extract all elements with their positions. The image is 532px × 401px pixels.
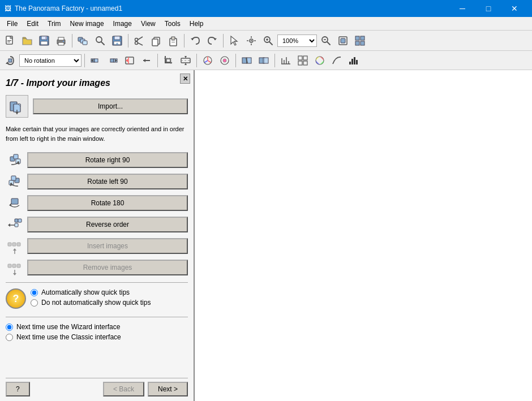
svg-rect-95 — [14, 154, 18, 159]
menu-edit[interactable]: Edit — [22, 17, 43, 30]
histogram-button[interactable] — [346, 53, 362, 68]
menu-image[interactable]: Image — [109, 17, 136, 30]
rotate-left-button[interactable]: Rotate left 90 — [27, 174, 188, 189]
undo-button[interactable] — [187, 33, 203, 49]
svg-rect-50 — [8, 59, 12, 62]
levels-button[interactable] — [278, 53, 294, 68]
import-images-button[interactable] — [75, 33, 91, 49]
canvas-area — [195, 70, 532, 401]
next-button[interactable]: Next > — [148, 382, 188, 396]
svg-rect-74 — [263, 58, 268, 63]
window-controls: ─ □ ✕ — [449, 0, 527, 17]
menu-view[interactable]: View — [136, 17, 160, 30]
zoom-in-button[interactable] — [260, 33, 276, 49]
blend-button[interactable] — [239, 53, 255, 68]
svg-rect-45 — [355, 36, 359, 40]
svg-marker-113 — [13, 248, 16, 251]
svg-rect-2 — [7, 40, 11, 41]
zoom-select[interactable]: 100%50%200%Fit — [277, 35, 317, 47]
classic-interface-radio[interactable] — [6, 334, 13, 341]
svg-marker-61 — [143, 59, 145, 62]
auto-show-tips-radio[interactable] — [31, 289, 38, 296]
no-auto-tips-radio[interactable] — [31, 299, 38, 307]
wizard-title: 1/7 - Import your images — [6, 78, 188, 88]
zoom-fit-button[interactable] — [335, 33, 351, 49]
divider-2 — [6, 317, 188, 317]
print-button[interactable] — [53, 33, 69, 49]
grid-button[interactable] — [295, 53, 311, 68]
svg-rect-105 — [18, 219, 22, 222]
menu-tools[interactable]: Tools — [160, 17, 185, 30]
svg-rect-3 — [7, 41, 10, 42]
back-button[interactable]: < Back — [103, 382, 144, 396]
menu-help[interactable]: Help — [185, 17, 208, 30]
export-button[interactable] — [109, 33, 125, 49]
color-tool-button[interactable] — [200, 53, 216, 68]
svg-rect-48 — [361, 41, 364, 45]
menu-new-image[interactable]: New image — [66, 17, 109, 30]
help-button[interactable]: ? — [6, 382, 30, 396]
overlap-button[interactable] — [256, 53, 272, 68]
remove-images-row: Remove images — [6, 258, 188, 277]
move-left-button[interactable] — [88, 53, 104, 68]
svg-rect-26 — [152, 39, 158, 46]
svg-marker-118 — [13, 273, 16, 275]
toolbar-main: 100%50%200%Fit — [0, 31, 532, 51]
remove-images-button[interactable]: Remove images — [27, 260, 188, 275]
rotate-right-button[interactable]: Rotate right 90 — [27, 152, 188, 168]
minimize-button[interactable]: ─ — [449, 0, 475, 17]
app-icon: 🖼 — [5, 5, 11, 12]
rotate-180-button[interactable]: Rotate 180 — [27, 195, 188, 211]
move-right-button[interactable] — [105, 53, 121, 68]
save-button[interactable] — [36, 33, 52, 49]
remove-images-icon — [6, 258, 24, 277]
wizard-interface-radio[interactable] — [6, 324, 13, 331]
svg-rect-62 — [166, 59, 170, 62]
maximize-button[interactable]: □ — [475, 0, 501, 17]
stitch-crop-button[interactable] — [178, 53, 194, 68]
arrow-left-button[interactable] — [139, 53, 155, 68]
rotate-left-row: Rotate left 90 — [6, 173, 188, 191]
color-wheel-button[interactable] — [312, 53, 328, 68]
menu-file[interactable]: File — [2, 17, 22, 30]
zoom-out-button[interactable] — [318, 33, 334, 49]
import-button[interactable]: Import... — [33, 98, 188, 114]
svg-rect-52 — [95, 59, 98, 62]
rotation-select[interactable]: No rotation Rotate 90 Rotate 180 Rotate … — [19, 54, 81, 67]
reverse-order-button[interactable]: Reverse order — [27, 217, 188, 232]
new-button[interactable] — [2, 33, 18, 49]
svg-line-16 — [101, 42, 104, 45]
auto-show-tips-label: Automatically show quick tips — [41, 288, 130, 296]
svg-point-11 — [63, 41, 64, 42]
svg-rect-88 — [356, 60, 358, 64]
rotate-right-row: Rotate right 90 — [6, 151, 188, 169]
tips-radio-group: Automatically show quick tips Do not aut… — [31, 288, 151, 309]
redo-button[interactable] — [204, 33, 220, 49]
rotation-icon-button[interactable] — [2, 53, 18, 68]
curves-button[interactable] — [329, 53, 345, 68]
svg-point-35 — [251, 40, 252, 41]
svg-rect-116 — [17, 264, 20, 268]
pan-button[interactable] — [243, 33, 259, 49]
color-match-button[interactable] — [217, 53, 233, 68]
paste-button[interactable] — [165, 33, 181, 49]
insert-images-icon — [6, 237, 24, 255]
open-button[interactable] — [19, 33, 35, 49]
svg-marker-93 — [15, 112, 19, 114]
zoom-all-button[interactable] — [352, 33, 368, 49]
select-tool-button[interactable] — [226, 33, 242, 49]
close-button[interactable]: ✕ — [501, 0, 527, 17]
svg-marker-108 — [8, 223, 10, 227]
menu-trim[interactable]: Trim — [43, 17, 66, 30]
svg-rect-99 — [11, 176, 16, 180]
trim-left-button[interactable] — [122, 53, 138, 68]
copy-button[interactable] — [148, 33, 164, 49]
insert-images-button[interactable]: Insert images — [27, 238, 188, 254]
crop-button[interactable] — [161, 53, 177, 68]
cut-button[interactable] — [131, 33, 147, 49]
svg-rect-46 — [361, 36, 364, 40]
title-bar: 🖼 The Panorama Factory - unnamed1 ─ □ ✕ — [0, 0, 532, 17]
zoom-tool-button[interactable] — [92, 33, 108, 49]
wizard-close-button[interactable]: ✕ — [180, 74, 190, 84]
svg-rect-83 — [303, 61, 307, 65]
